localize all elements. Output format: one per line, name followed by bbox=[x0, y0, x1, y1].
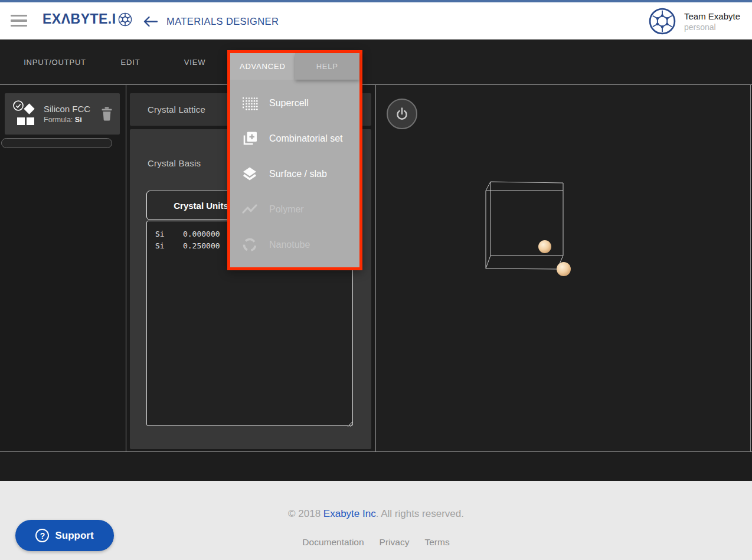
silicon-atom[interactable] bbox=[557, 262, 571, 276]
copyright: © 2018 Exabyte Inc. All rights reserved. bbox=[0, 508, 752, 520]
user-meta: Team Exabyte personal bbox=[684, 11, 740, 32]
menu-item-supercell[interactable]: Supercell bbox=[230, 86, 359, 121]
material-formula: Formula: Si bbox=[44, 116, 90, 124]
menu-item-combinatorial-set[interactable]: Combinatorial set bbox=[230, 121, 359, 156]
logo-text: EXΛBYTE.I bbox=[42, 11, 116, 27]
advanced-menu-list: Supercell Combinatorial set Surface / sl… bbox=[230, 80, 359, 263]
menu-item-polymer[interactable]: Polymer bbox=[230, 192, 359, 227]
material-card[interactable]: Silicon FCC Formula: Si bbox=[5, 93, 120, 135]
company-link[interactable]: Exabyte Inc bbox=[323, 508, 376, 519]
delete-material-icon[interactable] bbox=[101, 107, 113, 121]
documentation-link[interactable]: Documentation bbox=[302, 537, 364, 548]
logo-ball-icon bbox=[118, 12, 132, 27]
advanced-dropdown-highlighted: ADVANCED HELP Supercell bbox=[227, 50, 362, 270]
polymer-icon bbox=[241, 201, 259, 218]
menu-item-surface-slab[interactable]: Surface / slab bbox=[230, 156, 359, 192]
exabyte-logo[interactable]: EXΛBYTE.I bbox=[42, 11, 132, 27]
material-name: Silicon FCC bbox=[44, 104, 90, 114]
nanotube-icon bbox=[241, 236, 259, 254]
panel-divider bbox=[126, 85, 126, 451]
user-name: Team Exabyte bbox=[684, 11, 740, 21]
bottom-dark-strip bbox=[0, 453, 752, 481]
menu-item-advanced[interactable]: ADVANCED bbox=[230, 53, 295, 80]
crystal-3d-view[interactable] bbox=[376, 85, 750, 451]
user-role: personal bbox=[684, 22, 740, 32]
crystal-basis-header: Crystal Basis bbox=[148, 158, 201, 168]
menu-item-label: Supercell bbox=[269, 98, 309, 109]
privacy-link[interactable]: Privacy bbox=[380, 537, 410, 548]
page-title: MATERIALS DESIGNER bbox=[166, 16, 279, 27]
support-button[interactable]: ? Support bbox=[15, 520, 114, 551]
copyright-prefix: © 2018 bbox=[288, 508, 323, 519]
viewer-panel bbox=[375, 85, 751, 451]
hamburger-menu-icon[interactable] bbox=[11, 15, 27, 27]
menu-item-help[interactable]: HELP bbox=[295, 53, 360, 80]
silicon-atom[interactable] bbox=[538, 240, 551, 253]
support-label: Support bbox=[55, 530, 93, 542]
resize-handle-icon[interactable] bbox=[346, 420, 353, 427]
content-area: Silicon FCC Formula: Si Crystal Lattice bbox=[0, 84, 752, 452]
terms-link[interactable]: Terms bbox=[424, 537, 449, 548]
combinatorial-set-icon bbox=[241, 130, 259, 148]
crystal-lattice-header: Crystal Lattice bbox=[148, 104, 205, 114]
menu-bar: INPUT/OUTPUT EDIT VIEW bbox=[0, 40, 752, 84]
supercell-grid-icon bbox=[241, 94, 259, 112]
surface-slab-icon bbox=[241, 165, 259, 183]
menu-item-label: Polymer bbox=[269, 204, 304, 215]
help-circle-icon: ? bbox=[35, 529, 49, 542]
unit-cell-wireframe bbox=[486, 182, 563, 269]
sidebar-scrollbar[interactable] bbox=[1, 138, 112, 148]
menu-item-edit[interactable]: EDIT bbox=[121, 40, 140, 84]
menu-item-input-output[interactable]: INPUT/OUTPUT bbox=[24, 40, 86, 84]
copyright-suffix: . All rights reserved. bbox=[376, 508, 464, 519]
power-button[interactable] bbox=[387, 99, 417, 129]
menu-item-label: Nanotube bbox=[269, 240, 310, 250]
back-arrow-icon[interactable] bbox=[143, 16, 158, 27]
user-menu[interactable]: Team Exabyte personal bbox=[649, 8, 740, 35]
avatar bbox=[649, 8, 676, 35]
app-header: EXΛBYTE.I MATERIALS DESIGNER bbox=[0, 2, 752, 40]
page-footer: © 2018 Exabyte Inc. All rights reserved.… bbox=[0, 481, 752, 560]
materials-designer-app: EXΛBYTE.I MATERIALS DESIGNER bbox=[0, 0, 752, 560]
dropdown-tabs: ADVANCED HELP bbox=[230, 53, 359, 80]
menu-item-label: Combinatorial set bbox=[269, 133, 343, 144]
menu-item-label: Surface / slab bbox=[269, 169, 327, 179]
power-icon bbox=[394, 106, 410, 122]
menu-item-view[interactable]: VIEW bbox=[184, 40, 205, 84]
material-meta: Silicon FCC Formula: Si bbox=[44, 104, 90, 124]
material-set-icon bbox=[12, 100, 37, 127]
menu-item-nanotube[interactable]: Nanotube bbox=[230, 227, 359, 263]
